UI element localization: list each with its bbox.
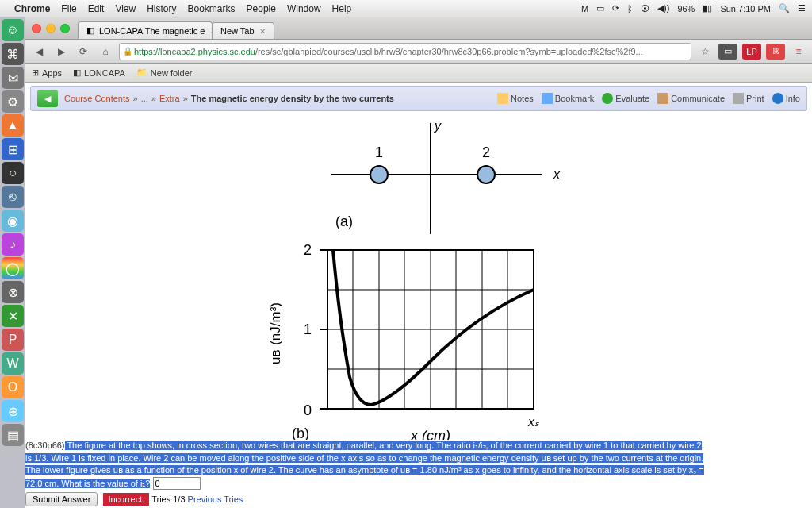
url-scheme: https [134,47,153,56]
crumb-dots[interactable]: ... [141,94,148,103]
tab-label: LON-CAPA The magnetic e [99,26,205,36]
ext-icon[interactable]: ▭ [718,44,737,60]
app-icon[interactable]: ⚙ [2,90,24,113]
evaluate-button[interactable]: Evaluate [602,93,649,104]
svg-text:x: x [553,167,561,181]
communicate-icon [657,93,668,104]
problem-text: (8c30p66) The figure at the top shows, i… [25,440,812,508]
back-button[interactable]: ◀ [30,43,48,60]
figure-b-chart: 2 1 0 xₛ uʙ (nJ/m³) x (cm) (b) [236,238,601,444]
close-window-icon[interactable] [32,24,41,33]
bookmark-loncapa[interactable]: ◧LONCAPA [73,67,125,78]
tab-new[interactable]: New Tab ✕ [212,22,274,39]
mail-icon[interactable]: M [581,4,588,13]
back-nav-button[interactable]: ◀ [37,90,58,107]
app-icon[interactable]: P [2,329,24,351]
menu-file[interactable]: File [61,3,76,14]
forward-button[interactable]: ▶ [52,43,70,60]
breadcrumb: ◀ Course Contents » ... » Extra » The ma… [30,86,807,111]
app-icon[interactable]: ✕ [2,305,24,327]
app-icon[interactable]: ⊕ [2,400,24,422]
bluetooth-icon[interactable]: ᛒ [627,4,633,13]
svg-text:(b): (b) [292,425,309,441]
tab-loncapa[interactable]: ◧ LON-CAPA The magnetic e ✕ [78,21,213,39]
info-icon [772,93,783,104]
menu-edit[interactable]: Edit [88,3,105,14]
app-icon[interactable]: ◉ [2,210,24,232]
favicon-icon: ◧ [73,67,81,78]
wifi-icon[interactable]: ⦿ [641,4,649,13]
volume-icon[interactable]: ◀)) [657,3,669,13]
close-tab-icon[interactable]: ✕ [259,27,266,36]
notes-icon [497,93,508,104]
app-icon[interactable]: ⎋ [2,186,24,208]
browser-toolbar: ◀ ▶ ⟳ ⌂ 🔒 https://loncapa2.physics.sc.ed… [25,40,812,64]
ext-icon[interactable]: ℝ [766,44,785,60]
menu-history[interactable]: History [147,3,176,14]
svg-text:1: 1 [375,144,383,160]
problem-line1: The figure at the top shows, in cross se… [65,441,702,450]
chrome-menu-icon[interactable]: ≡ [790,43,807,60]
bookmark-folder[interactable]: 📁New folder [136,67,193,78]
menu-extra-icon[interactable]: ☰ [798,3,806,13]
app-icon[interactable]: ○ [2,162,24,184]
menu-people[interactable]: People [247,3,276,14]
svg-text:1: 1 [304,321,312,337]
lock-icon: 🔒 [123,47,132,56]
crumb-contents[interactable]: Course Contents [64,94,130,103]
finder-icon[interactable]: ☺ [2,19,24,41]
problem-line3: The lower figure gives uʙ as a function … [25,465,704,475]
clock[interactable]: Sun 7:10 PM [720,4,771,13]
app-icon[interactable]: W [2,352,24,375]
itunes-icon[interactable]: ♪ [2,233,24,256]
evaluate-icon [602,93,613,104]
zoom-window-icon[interactable] [60,24,70,33]
tab-bar: ◧ LON-CAPA The magnetic e ✕ New Tab ✕ [25,17,812,40]
app-icon[interactable]: ▲ [2,114,24,137]
menu-view[interactable]: View [115,3,136,14]
star-icon[interactable]: ☆ [696,43,714,60]
url-host: loncapa2.physics.sc.edu [160,47,255,56]
answer-input[interactable] [153,477,201,490]
menu-help[interactable]: Help [332,3,352,14]
apps-button[interactable]: ⊞Apps [32,67,62,78]
crumb-extra[interactable]: Extra [159,94,180,103]
minimize-window-icon[interactable] [46,24,56,33]
sync-icon[interactable]: ⟳ [612,3,619,13]
app-icon[interactable]: ⌘ [2,43,24,65]
app-icon[interactable]: ⊞ [2,138,24,160]
menu-app[interactable]: Chrome [14,3,50,14]
chrome-icon[interactable]: ◯ [2,257,24,279]
svg-point-2 [370,166,388,183]
menu-bookmarks[interactable]: Bookmarks [188,3,236,14]
app-icon[interactable]: ✉ [2,67,24,89]
previous-tries-link[interactable]: Previous Tries [188,495,243,504]
notes-button[interactable]: Notes [497,93,534,104]
bookmark-icon [542,93,553,104]
tries-label: Tries 1/3 [151,495,187,504]
reload-button[interactable]: ⟳ [75,43,92,60]
app-icon[interactable]: O [2,376,24,398]
svg-text:(a): (a) [335,214,353,229]
print-button[interactable]: Print [733,93,764,104]
app-icon[interactable]: ▤ [2,424,24,446]
lastpass-icon[interactable]: LP [742,44,761,60]
app-icon[interactable]: ⊗ [2,281,24,303]
problem-code: (8c30p66) [25,441,65,450]
svg-text:y: y [434,119,442,133]
menu-window[interactable]: Window [287,3,321,14]
submit-answer-button[interactable]: Submit Answer [25,492,98,506]
window-controls [32,24,70,33]
bookmark-button[interactable]: Bookmark [542,93,595,104]
home-button[interactable]: ⌂ [97,43,114,60]
folder-icon: 📁 [136,67,147,78]
spotlight-icon[interactable]: 🔍 [779,3,790,13]
page-title: The magnetic energy density by the two c… [191,94,394,103]
info-button[interactable]: Info [772,93,800,104]
macos-menubar: Chrome File Edit View History Bookmarks … [0,0,812,17]
page-content: ◀ Course Contents » ... » Extra » The ma… [25,83,812,508]
communicate-button[interactable]: Communicate [657,93,725,104]
url-path: /res/sc/gblanpied/courses/usclib/hrw8/ch… [255,47,643,56]
url-bar[interactable]: 🔒 https://loncapa2.physics.sc.edu/res/sc… [119,43,691,60]
display-icon[interactable]: ▭ [596,3,604,13]
